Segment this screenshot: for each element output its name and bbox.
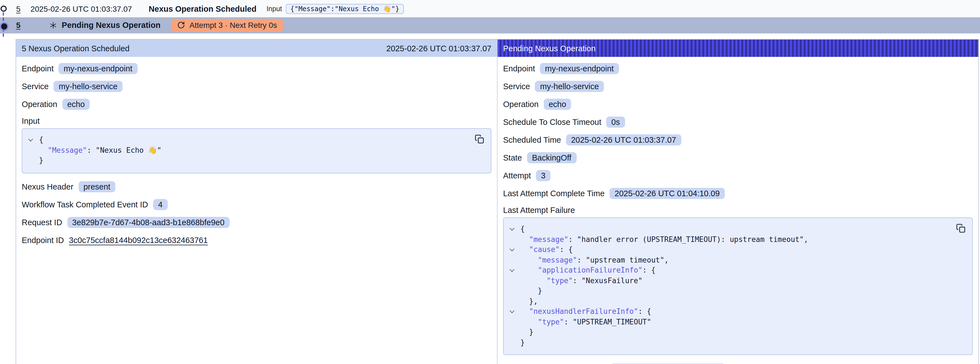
code-gutter <box>504 337 520 348</box>
field-nexus-header: Nexus Header present <box>22 180 492 193</box>
code-text: "message": "upstream timeout", <box>520 255 668 265</box>
field-attempt: Attempt 3 <box>503 169 973 182</box>
field-value-badge: 0s <box>606 116 625 128</box>
code-text: "type": "NexusFailure" <box>520 276 643 286</box>
field-value-badge: my-nexus-endpoint <box>540 63 619 74</box>
code-gutter <box>504 235 520 245</box>
code-line: "Message": "Nexus Echo 👋" <box>22 145 466 155</box>
field-service: Service my-hello-service <box>22 80 492 93</box>
code-gutter <box>504 307 520 317</box>
field-label: Endpoint ID <box>22 236 64 245</box>
timeline-node-current-icon <box>1 23 7 29</box>
collapse-chevron-icon[interactable] <box>29 137 33 142</box>
field-schedule-to-close-timeout: Schedule To Close Timeout 0s <box>503 115 973 128</box>
endpoint-id-link[interactable]: 3c0c75ccfa8144b092c13ce632463761 <box>69 236 208 245</box>
code-gutter <box>504 224 520 235</box>
event-summary-label: Input <box>267 5 282 13</box>
code-line: }, <box>504 296 948 307</box>
event-detail-container: 5 Nexus Operation Scheduled 2025-02-26 U… <box>16 39 979 364</box>
field-label: Service <box>503 81 530 91</box>
code-gutter <box>504 327 520 337</box>
field-endpoint: Endpoint my-nexus-endpoint <box>22 62 492 75</box>
failure-json-viewer: { "message": "handler error (UPSTREAM_TI… <box>503 217 973 355</box>
field-value-badge: BackingOff <box>527 152 576 163</box>
field-operation: Operation echo <box>22 97 492 110</box>
panel-nexus-operation-scheduled: 5 Nexus Operation Scheduled 2025-02-26 U… <box>16 40 497 364</box>
event-row-pending-nexus-operation[interactable]: 5 Pending Nexus Operation Attempt 3 · Ne… <box>0 17 980 33</box>
field-endpoint: Endpoint my-nexus-endpoint <box>503 62 973 75</box>
workflow-event-history-view: 5 2025-02-26 UTC 01:03:37.07 Nexus Opera… <box>0 0 980 364</box>
collapse-chevron-icon[interactable] <box>510 247 514 251</box>
field-label: State <box>503 153 522 162</box>
code-line: "type": "UPSTREAM_TIMEOUT" <box>504 317 948 327</box>
field-next-attempt-schedule-time: Next Attempt Schedule Time 2025-02-26 UT… <box>503 362 973 364</box>
left-panel-timestamp: 2025-02-26 UTC 01:03:37.07 <box>387 44 492 53</box>
code-line: "nexusHandlerFailureInfo": { <box>504 307 948 317</box>
code-line: } <box>504 337 948 348</box>
code-gutter <box>504 255 520 265</box>
field-value-badge: my-hello-service <box>535 81 604 92</box>
input-json-viewer: { "Message": "Nexus Echo 👋"} <box>22 128 492 173</box>
code-text: "type": "UPSTREAM_TIMEOUT" <box>520 317 651 327</box>
code-line: } <box>504 286 948 296</box>
field-value-badge: my-hello-service <box>54 81 123 92</box>
field-value-badge: 3 <box>536 170 550 181</box>
code-gutter <box>22 145 39 155</box>
pending-title: Pending Nexus Operation <box>62 21 161 30</box>
copy-icon <box>956 223 965 233</box>
copy-button[interactable] <box>956 223 966 233</box>
copy-icon <box>474 134 484 144</box>
field-value-badge: 4 <box>153 199 167 210</box>
code-line: "type": "NexusFailure" <box>504 276 948 286</box>
field-label: Operation <box>22 99 57 109</box>
event-id-link[interactable]: 5 <box>16 4 21 13</box>
code-line: "cause": { <box>504 245 948 255</box>
field-value-badge: echo <box>62 98 90 110</box>
field-wft-completed-event-id: Workflow Task Completed Event ID 4 <box>22 198 492 211</box>
code-line: "message": "upstream timeout", <box>504 255 948 265</box>
code-text: { <box>520 224 525 235</box>
code-line: { <box>504 224 948 235</box>
retry-badge-label: Attempt 3 · Next Retry 0s <box>189 21 277 30</box>
field-scheduled-time: Scheduled Time 2025-02-26 UTC 01:03:37.0… <box>503 133 973 146</box>
left-panel-title: 5 Nexus Operation Scheduled <box>22 44 129 53</box>
code-gutter <box>504 317 520 327</box>
code-text: "nexusHandlerFailureInfo": { <box>520 307 651 317</box>
collapse-chevron-icon[interactable] <box>510 226 514 231</box>
field-label: Request ID <box>22 218 62 227</box>
failure-section-label: Last Attempt Failure <box>503 206 973 215</box>
retry-attempt-badge: Attempt 3 · Next Retry 0s <box>171 19 283 32</box>
right-panel-title: Pending Nexus Operation <box>503 44 596 53</box>
field-value-badge: 3e829b7e-7d67-4b08-aad3-b1e868bfe9e0 <box>67 217 229 228</box>
collapse-chevron-icon[interactable] <box>510 308 514 313</box>
code-gutter <box>22 155 39 166</box>
code-text: "Message": "Nexus Echo 👋" <box>39 145 161 155</box>
field-service: Service my-hello-service <box>503 80 973 93</box>
field-value-badge: 2025-02-26 UTC 01:03:37.07 <box>566 134 681 145</box>
code-text: "message": "handler error (UPSTREAM_TIME… <box>520 235 808 245</box>
event-title: Nexus Operation Scheduled <box>149 4 256 13</box>
field-value-badge: 2025-02-26 UTC 01:04:10.09 <box>609 188 725 199</box>
field-label: Operation <box>503 99 538 109</box>
field-label: Last Attempt Complete Time <box>503 189 605 198</box>
code-gutter <box>504 296 520 307</box>
collapse-chevron-icon[interactable] <box>510 267 514 272</box>
code-gutter <box>504 265 520 276</box>
code-line: } <box>22 155 466 166</box>
field-label: Attempt <box>503 171 531 180</box>
field-label: Nexus Header <box>22 182 73 191</box>
event-timestamp: 2025-02-26 UTC 01:03:37.07 <box>31 4 132 13</box>
field-label: Endpoint <box>503 64 535 73</box>
code-text: }, <box>520 296 538 307</box>
code-gutter <box>22 135 39 145</box>
code-line: "applicationFailureInfo": { <box>504 265 948 276</box>
code-gutter <box>504 286 520 296</box>
code-text: { <box>39 135 43 145</box>
pending-spinner-icon <box>49 22 57 29</box>
copy-button[interactable] <box>474 134 484 144</box>
retry-icon <box>177 21 185 29</box>
pending-id-link[interactable]: 5 <box>16 21 21 30</box>
event-row-nexus-operation-scheduled[interactable]: 5 2025-02-26 UTC 01:03:37.07 Nexus Opera… <box>0 0 980 17</box>
code-gutter <box>504 276 520 286</box>
field-label: Workflow Task Completed Event ID <box>22 200 148 209</box>
